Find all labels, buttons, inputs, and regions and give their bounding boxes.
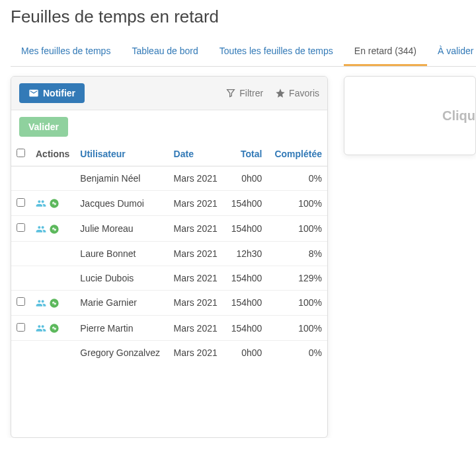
row-total: 0h00	[225, 341, 268, 365]
row-checkbox[interactable]	[17, 323, 25, 332]
table-row: Benjamin NéelMars 20210h000%	[11, 166, 327, 191]
row-user: Pierre Martin	[75, 315, 168, 340]
row-total: 0h00	[225, 166, 268, 191]
row-actions-cell	[30, 241, 75, 266]
filter-button[interactable]: Filtrer	[225, 88, 263, 98]
tab-1[interactable]: Tableau de bord	[121, 39, 208, 66]
row-completed: 8%	[267, 241, 327, 266]
row-total: 154h00	[225, 290, 268, 315]
row-completed: 0%	[267, 166, 327, 191]
row-user: Laure Bonnet	[75, 241, 168, 266]
select-all-header[interactable]	[11, 142, 30, 166]
row-date: Mars 2021	[169, 341, 225, 365]
row-actions-cell	[30, 266, 75, 290]
completed-header[interactable]: Complétée	[267, 142, 327, 166]
row-completed: 100%	[267, 315, 327, 340]
row-user: Benjamin Néel	[75, 166, 168, 191]
row-checkbox-cell	[11, 216, 30, 241]
table-row: Marie GarnierMars 2021154h00100%	[11, 290, 327, 315]
table-row: Pierre MartinMars 2021154h00100%	[11, 315, 327, 340]
filter-label: Filtrer	[239, 88, 263, 98]
row-checkbox-cell	[11, 341, 30, 365]
favorites-label: Favoris	[289, 88, 319, 98]
row-date: Mars 2021	[169, 266, 225, 290]
row-checkbox-cell	[11, 166, 30, 191]
side-panel: Cliqu	[344, 76, 476, 155]
notify-button-label: Notifier	[43, 88, 75, 98]
tab-3[interactable]: En retard (344)	[344, 39, 427, 66]
row-total: 154h00	[225, 191, 268, 216]
row-user: Jacques Dumoi	[75, 191, 168, 216]
tab-4[interactable]: À valider (0)	[427, 39, 476, 66]
validate-button[interactable]: Valider	[19, 117, 68, 137]
row-checkbox-cell	[11, 266, 30, 290]
table-row: Lucie DuboisMars 2021154h00129%	[11, 266, 327, 290]
users-icon[interactable]	[36, 198, 46, 209]
row-actions-cell	[30, 191, 75, 216]
row-checkbox[interactable]	[17, 223, 25, 232]
star-icon	[275, 88, 286, 98]
page-title: Feuilles de temps en retard	[11, 7, 476, 27]
row-completed: 100%	[267, 216, 327, 241]
panel-spacer	[11, 365, 327, 437]
row-actions-cell	[30, 166, 75, 191]
row-total: 154h00	[225, 315, 268, 340]
table-row: Gregory GonzalvezMars 20210h000%	[11, 341, 327, 365]
tabs-nav: Mes feuilles de tempsTableau de bordTout…	[11, 39, 476, 67]
row-date: Mars 2021	[169, 290, 225, 315]
swap-icon[interactable]	[49, 298, 60, 308]
users-icon[interactable]	[36, 298, 46, 308]
row-checkbox[interactable]	[17, 198, 25, 207]
row-actions-cell	[30, 315, 75, 340]
swap-icon[interactable]	[49, 224, 60, 234]
swap-icon[interactable]	[49, 323, 60, 334]
users-icon[interactable]	[36, 224, 46, 234]
row-date: Mars 2021	[169, 216, 225, 241]
row-date: Mars 2021	[169, 166, 225, 191]
timesheet-panel: Notifier Filtrer Favoris Val	[11, 76, 328, 438]
row-checkbox-cell	[11, 241, 30, 266]
toolbar: Notifier Filtrer Favoris	[11, 77, 327, 110]
row-user: Gregory Gonzalvez	[75, 341, 168, 365]
row-completed: 129%	[267, 266, 327, 290]
favorites-button[interactable]: Favoris	[275, 88, 319, 98]
row-checkbox-cell	[11, 290, 30, 315]
row-completed: 0%	[267, 341, 327, 365]
row-completed: 100%	[267, 191, 327, 216]
date-header[interactable]: Date	[169, 142, 225, 166]
swap-icon[interactable]	[49, 198, 60, 209]
side-panel-placeholder: Cliqu	[442, 108, 475, 124]
row-checkbox-cell	[11, 315, 30, 340]
table-row: Laure BonnetMars 202112h308%	[11, 241, 327, 266]
row-checkbox-cell	[11, 191, 30, 216]
row-total: 12h30	[225, 241, 268, 266]
select-all-checkbox[interactable]	[17, 149, 25, 157]
row-date: Mars 2021	[169, 241, 225, 266]
tab-0[interactable]: Mes feuilles de temps	[11, 39, 121, 66]
row-user: Marie Garnier	[75, 290, 168, 315]
row-checkbox[interactable]	[17, 297, 25, 306]
mail-icon	[28, 88, 39, 98]
row-user: Julie Moreau	[75, 216, 168, 241]
users-icon[interactable]	[36, 323, 46, 334]
row-date: Mars 2021	[169, 191, 225, 216]
row-total: 154h00	[225, 266, 268, 290]
row-total: 154h00	[225, 216, 268, 241]
row-actions-cell	[30, 290, 75, 315]
row-actions-cell	[30, 341, 75, 365]
validate-button-label: Valider	[28, 122, 59, 132]
row-actions-cell	[30, 216, 75, 241]
total-header[interactable]: Total	[225, 142, 268, 166]
row-completed: 100%	[267, 290, 327, 315]
notify-button[interactable]: Notifier	[19, 83, 85, 103]
timesheet-table: Actions Utilisateur Date Total Complétée…	[11, 142, 327, 365]
sub-toolbar: Valider	[11, 110, 327, 142]
user-header[interactable]: Utilisateur	[75, 142, 168, 166]
row-user: Lucie Dubois	[75, 266, 168, 290]
table-row: Jacques DumoiMars 2021154h00100%	[11, 191, 327, 216]
row-date: Mars 2021	[169, 315, 225, 340]
table-row: Julie MoreauMars 2021154h00100%	[11, 216, 327, 241]
funnel-icon	[225, 88, 236, 98]
actions-header: Actions	[30, 142, 75, 166]
tab-2[interactable]: Toutes les feuilles de temps	[209, 39, 344, 66]
